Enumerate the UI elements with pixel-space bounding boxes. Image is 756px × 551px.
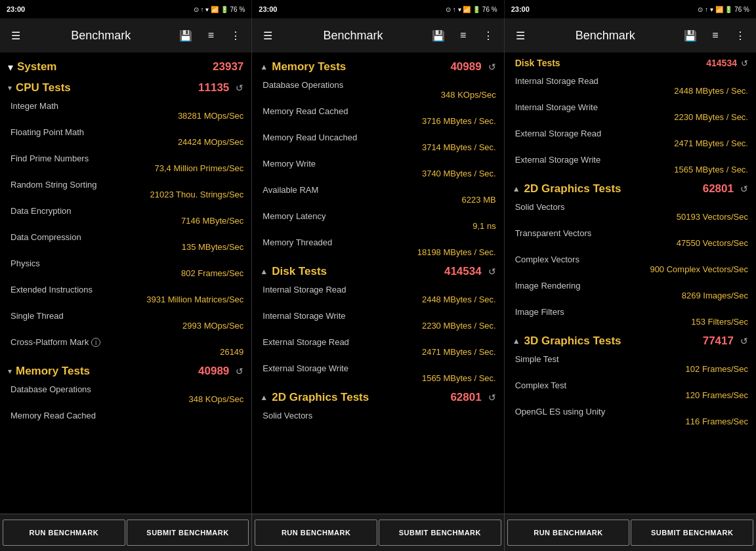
test-name: Database Operations [262,77,495,90]
test-data-comp: Data Compression 135 MBytes/Sec [0,228,251,255]
disk-refresh-icon-2[interactable]: ↺ [488,266,496,277]
2d-refresh-icon-3[interactable]: ↺ [740,184,748,194]
test-db-ops-1: Database Operations 348 KOps/Sec [0,380,251,407]
2d-chevron-2[interactable]: ▲ [260,393,268,402]
test-name: External Storage Write [515,152,748,165]
test-name: Cross-Platform Mark i [10,335,243,347]
test-int-write-2: Internal Storage Write 2230 MBytes / Sec… [252,307,503,333]
test-image-rendering: Image Rendering 8269 Images/Sec [505,277,756,303]
memory-title-2: Memory Tests [272,60,446,73]
save-icon-2[interactable]: 💾 [428,25,449,46]
memory-score-1: 40989 [198,365,229,378]
dots-icon-1[interactable]: ⋮ [225,25,246,46]
menu-icon-1[interactable]: ☰ [5,25,26,46]
memory-chevron-2[interactable]: ▲ [260,62,268,71]
menu-icon-2[interactable]: ☰ [257,25,278,46]
test-db-ops-2: Database Operations 348 KOps/Sec [252,76,503,102]
lines-icon-2[interactable]: ≡ [453,25,474,46]
save-icon-3[interactable]: 💾 [680,25,701,46]
system-section-header: ▾ System 23937 [0,55,251,76]
cpu-refresh-icon[interactable]: ↺ [236,83,243,93]
test-string-sort: Random String Sorting 21023 Thou. String… [0,176,251,202]
system-chevron[interactable]: ▾ [8,61,13,73]
test-mem-read-uncached: Memory Read Uncached 3714 MBytes / Sec. [252,129,503,155]
test-value: 802 Frames/Sec [10,268,243,281]
memory-chevron-1[interactable]: ▾ [8,367,12,376]
2d-title-2: 2D Graphics Tests [272,391,446,404]
test-simple-test: Simple Test 102 Frames/Sec [505,350,756,377]
memory-refresh-icon-2[interactable]: ↺ [488,62,496,72]
lines-icon-3[interactable]: ≡ [705,25,726,46]
app-title-2: Benchmark [282,29,423,43]
submit-benchmark-btn-2[interactable]: SUBMIT BENCHMARK [379,520,501,546]
memory-section-header-2: ▲ Memory Tests 40989 ↺ [252,55,503,76]
status-bar-1: 23:00 ⊙ ↑ ▾ 📶 🔋 76 % [0,0,252,18]
test-value: 1565 MBytes / Sec. [262,373,495,386]
2d-chevron-3[interactable]: ▲ [513,184,520,194]
test-name: Data Compression [10,230,243,242]
run-benchmark-btn-1[interactable]: RUN BENCHMARK [3,520,125,546]
test-ext-read-2: External Storage Read 2471 MBytes / Sec. [252,333,503,359]
test-ext-read-3: External Storage Read 2471 MBytes / Sec. [505,125,756,151]
disk-refresh-icon-3-partial[interactable]: ↺ [741,58,748,68]
time-2: 23:00 [259,5,277,13]
submit-benchmark-btn-1[interactable]: SUBMIT BENCHMARK [127,520,249,546]
icons-2: ⊙ ↑ ▾ 📶 🔋 76 % [446,6,497,13]
test-mem-latency: Memory Latency 9,1 ns [252,207,503,234]
test-name: Available RAM [262,182,495,195]
test-name: Memory Read Cached [10,408,243,420]
test-name: Database Operations [10,382,243,394]
disk-score-3-partial: 414534 [706,58,737,68]
test-mem-threaded: Memory Threaded 18198 MBytes / Sec. [252,234,503,260]
test-value: 102 Frames/Sec [515,364,748,377]
test-ext-write-2: External Storage Write 1565 MBytes / Sec… [252,359,503,386]
3d-chevron-3[interactable]: ▲ [513,337,520,346]
cpu-section-header: ▾ CPU Tests 11135 ↺ [0,76,251,97]
bottom-bar-3: RUN BENCHMARK SUBMIT BENCHMARK [505,514,756,551]
test-value: 9,1 ns [262,221,495,234]
test-name: Memory Read Cached [262,104,495,116]
test-name: Internal Storage Write [262,308,495,321]
menu-icon-3[interactable]: ☰ [510,25,531,46]
memory-refresh-icon-1[interactable]: ↺ [236,366,243,377]
test-int-read-3: Internal Storage Read 2448 MBytes / Sec. [505,72,756,98]
test-cross-platform: Cross-Platform Mark i 26149 [0,333,251,359]
test-value: 2230 MBytes / Sec. [515,112,748,125]
time-3: 23:00 [511,5,530,13]
bottom-bar-2: RUN BENCHMARK SUBMIT BENCHMARK [252,514,504,551]
test-value: 73,4 Million Primes/Sec [10,163,243,176]
2d-title-3: 2D Graphics Tests [524,182,699,195]
disk-partial-header: Disk Tests 414534 ↺ [505,55,756,72]
disk-title-2: Disk Tests [272,265,440,278]
dots-icon-3[interactable]: ⋮ [730,25,751,46]
status-bar-3: 23:00 ⊙ ↑ ▾ 📶 🔋 76 % [505,0,756,18]
submit-benchmark-btn-3[interactable]: SUBMIT BENCHMARK [631,520,753,546]
run-benchmark-btn-2[interactable]: RUN BENCHMARK [255,520,377,546]
test-name: External Storage Read [515,126,748,138]
test-value: 1565 MBytes / Sec. [515,165,748,177]
test-value: 21023 Thou. Strings/Sec [10,190,243,202]
test-value: 3714 MBytes / Sec. [262,142,495,155]
test-value: 2448 MBytes / Sec. [262,295,495,307]
cpu-score: 11135 [198,81,229,94]
3d-score-3: 77417 [703,335,734,348]
cpu-chevron[interactable]: ▾ [8,83,12,92]
test-value: 8269 Images/Sec [515,291,748,303]
lines-icon-1[interactable]: ≡ [200,25,221,46]
2d-refresh-icon-2[interactable]: ↺ [488,392,496,403]
system-title: System [17,60,209,73]
test-avail-ram: Available RAM 6223 MB [252,181,503,207]
2d-score-2: 62801 [450,391,481,404]
test-name: Extended Instructions [10,282,243,295]
test-name: External Storage Write [262,361,495,373]
test-name: Physics [10,256,243,268]
run-benchmark-btn-3[interactable]: RUN BENCHMARK [507,520,630,546]
test-transparent-vectors: Transparent Vectors 47550 Vectors/Sec [505,224,756,251]
disk-chevron-2[interactable]: ▲ [260,267,268,276]
test-value: 18198 MBytes / Sec. [262,247,495,260]
test-value: 24424 MOps/Sec [10,137,243,150]
dots-icon-2[interactable]: ⋮ [478,25,499,46]
save-icon-1[interactable]: 💾 [175,25,196,46]
test-value: 135 MBytes/Sec [10,242,243,255]
3d-refresh-icon-3[interactable]: ↺ [740,336,748,346]
